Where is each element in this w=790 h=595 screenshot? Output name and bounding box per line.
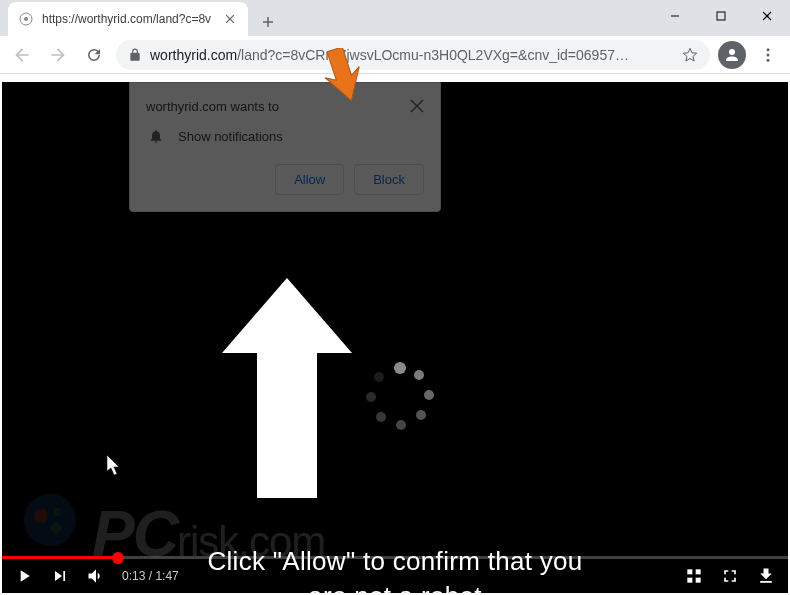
svg-point-10 [767, 48, 770, 51]
window-controls [652, 0, 790, 32]
video-total-time: 1:47 [155, 569, 178, 583]
fullscreen-button[interactable] [720, 566, 740, 586]
svg-rect-21 [687, 578, 692, 583]
large-up-arrow-icon [222, 278, 352, 502]
page-content: worthyrid.com wants to Show notification… [2, 82, 788, 593]
lock-icon [128, 48, 142, 62]
tab-title: https://worthyrid.com/land?c=8v [42, 12, 214, 26]
watermark-logo-icon [22, 492, 78, 548]
url-domain: worthyrid.com [150, 47, 237, 63]
notification-prompt: worthyrid.com wants to Show notification… [129, 82, 441, 212]
video-current-time: 0:13 [122, 569, 145, 583]
address-bar[interactable]: worthyrid.com/land?c=8vCRrZ7jwsvLOcmu-n3… [116, 40, 710, 70]
forward-button[interactable] [44, 41, 72, 69]
browser-tab[interactable]: https://worthyrid.com/land?c=8v [8, 2, 248, 36]
url-path: /land?c=8vCRrZ7jwsvLOcmu-n3H0QL2VXg=&cnv… [237, 47, 629, 63]
volume-button[interactable] [86, 566, 106, 586]
new-tab-button[interactable] [254, 8, 282, 36]
allow-button[interactable]: Allow [275, 164, 344, 195]
minimize-button[interactable] [652, 0, 698, 32]
settings-button[interactable] [684, 566, 704, 586]
download-button[interactable] [756, 566, 776, 586]
tab-favicon-icon [18, 11, 34, 27]
url-text: worthyrid.com/land?c=8vCRrZ7jwsvLOcmu-n3… [150, 47, 674, 63]
svg-point-5 [24, 17, 28, 21]
svg-rect-20 [696, 569, 701, 574]
notification-permission-text: Show notifications [178, 129, 283, 144]
video-time: 0:13 / 1:47 [122, 569, 179, 583]
play-button[interactable] [14, 566, 34, 586]
reload-button[interactable] [80, 41, 108, 69]
profile-button[interactable] [718, 41, 746, 69]
loading-spinner-icon [364, 362, 434, 432]
block-button[interactable]: Block [354, 164, 424, 195]
svg-point-11 [767, 53, 770, 56]
bookmark-star-icon[interactable] [682, 47, 698, 63]
back-button[interactable] [8, 41, 36, 69]
notification-close-icon[interactable] [410, 99, 424, 113]
svg-rect-19 [687, 569, 692, 574]
svg-point-15 [24, 494, 76, 546]
svg-point-18 [51, 523, 61, 533]
kebab-menu-icon[interactable] [754, 41, 782, 69]
mouse-cursor-icon [107, 455, 123, 481]
toolbar: worthyrid.com/land?c=8vCRrZ7jwsvLOcmu-n3… [0, 36, 790, 74]
svg-rect-22 [696, 578, 701, 583]
next-button[interactable] [50, 566, 70, 586]
svg-point-17 [53, 508, 61, 516]
bell-icon [148, 128, 164, 144]
tab-close-button[interactable] [222, 11, 238, 27]
svg-point-12 [767, 58, 770, 61]
notification-origin: worthyrid.com wants to [146, 99, 279, 114]
svg-point-16 [34, 509, 48, 523]
maximize-button[interactable] [698, 0, 744, 32]
svg-rect-1 [717, 12, 725, 20]
video-controls: 0:13 / 1:47 [2, 559, 788, 593]
close-window-button[interactable] [744, 0, 790, 32]
